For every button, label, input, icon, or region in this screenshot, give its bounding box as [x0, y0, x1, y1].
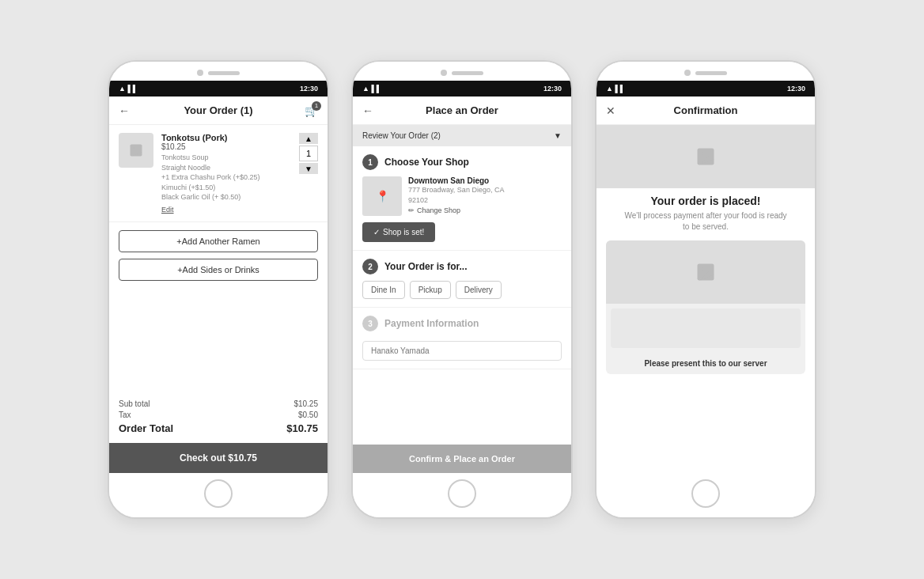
- map-pin-icon: 📍: [376, 190, 389, 202]
- step1-num: 1: [362, 154, 378, 170]
- subtotal-row: Sub total $10.25: [119, 399, 318, 408]
- cart-badge: 1: [312, 101, 321, 111]
- home-button-3[interactable]: [691, 479, 720, 508]
- add-buttons-section: +Add Another Ramen +Add Sides or Drinks: [109, 222, 328, 289]
- item-desc-2: Straight Noodle: [161, 163, 291, 173]
- pencil-icon: ✏: [408, 206, 415, 214]
- add-ramen-button[interactable]: +Add Another Ramen: [119, 230, 318, 252]
- pickup-button[interactable]: Pickup: [410, 281, 451, 299]
- step3-header: 3 Payment Information: [362, 316, 562, 331]
- qty-decrease-btn[interactable]: ▼: [299, 163, 318, 174]
- svg-point-5: [701, 267, 704, 271]
- phone-1: ▲ ▌▌ 12:30 ← Your Order (1) 🛒 1 Tonkotsu…: [108, 60, 329, 519]
- checkmark-icon: ✓: [373, 228, 380, 237]
- step1-title: Choose Your Shop: [384, 157, 469, 168]
- delivery-button[interactable]: Delivery: [456, 281, 502, 299]
- order-total-label: Order Total: [119, 422, 173, 434]
- nav-bar-2: ← Place an Order: [353, 96, 571, 125]
- order-total-row: Order Total $10.75: [119, 422, 318, 434]
- phone-1-top: [109, 62, 328, 81]
- tax-value: $0.50: [298, 411, 318, 419]
- review-banner-text: Review Your Order (2): [362, 131, 441, 140]
- status-bar-2: ▲ ▌▌ 12:30: [353, 81, 571, 96]
- shop-set-label: Shop is set!: [383, 228, 424, 237]
- item-image: [119, 133, 153, 168]
- item-desc-1: Tonkotsu Soup: [161, 153, 291, 163]
- screen-2: ▲ ▌▌ 12:30 ← Place an Order Review Your …: [353, 81, 571, 473]
- chevron-down-icon: ▼: [554, 131, 562, 140]
- order-item: Tonkotsu (Pork) $10.25 Tonkotsu Soup Str…: [109, 125, 328, 222]
- shop-name: Downtown San Diego: [408, 176, 562, 185]
- screen2-content: Review Your Order (2) ▼ 1 Choose Your Sh…: [353, 125, 571, 473]
- qty-increase-btn[interactable]: ▲: [299, 133, 318, 144]
- camera-dot-3: [684, 70, 691, 76]
- confirmation-ticket: Please present this to our server: [606, 240, 805, 374]
- back-button-2[interactable]: ←: [362, 104, 373, 117]
- subtotal-label: Sub total: [119, 399, 150, 408]
- subtotal-value: $10.25: [293, 399, 318, 408]
- confirm-order-button[interactable]: Confirm & Place an Order: [353, 445, 571, 473]
- step3-num: 3: [362, 316, 378, 331]
- step3-title: Payment Information: [384, 318, 479, 329]
- step1-section: 1 Choose Your Shop 📍 Downtown San Diego …: [353, 146, 571, 251]
- camera-dot: [197, 70, 203, 76]
- screen2-title: Place an Order: [426, 104, 498, 116]
- tax-row: Tax $0.50: [119, 411, 318, 419]
- phone-3-bottom: [596, 473, 815, 517]
- change-shop-link[interactable]: ✏ Change Shop: [408, 206, 562, 214]
- checkout-button[interactable]: Check out $10.75: [109, 443, 328, 473]
- ticket-barcode-area: [611, 308, 801, 348]
- nav-bar-1: ← Your Order (1) 🛒 1: [109, 96, 328, 125]
- change-shop-text: Change Shop: [417, 206, 460, 214]
- svg-point-3: [701, 152, 704, 155]
- signal-icons-2: ▲ ▌▌: [362, 85, 381, 93]
- phone-2-bottom: [353, 473, 571, 517]
- phone-3: ▲ ▌▌ 12:30 ✕ Confirmation Your order is …: [595, 60, 816, 519]
- order-placed-subtitle: We'll process payment after your food is…: [596, 210, 815, 233]
- home-button-1[interactable]: [204, 479, 233, 508]
- edit-link[interactable]: Edit: [161, 206, 291, 214]
- screen1-content: Tonkotsu (Pork) $10.25 Tonkotsu Soup Str…: [109, 125, 328, 473]
- step2-header: 2 Your Order is for...: [362, 259, 562, 274]
- phone-1-bottom: [109, 473, 328, 517]
- item-name: Tonkotsu (Pork): [161, 133, 291, 142]
- ticket-label: Please present this to our server: [606, 353, 805, 374]
- close-button[interactable]: ✕: [606, 104, 615, 117]
- status-time-1: 12:30: [300, 85, 318, 93]
- shop-set-button[interactable]: ✓ Shop is set!: [362, 222, 435, 242]
- speaker-3: [695, 71, 727, 75]
- back-button-1[interactable]: ←: [119, 104, 130, 117]
- screen3-content: Your order is placed! We'll process paym…: [596, 125, 815, 473]
- dine-in-button[interactable]: Dine In: [362, 281, 405, 299]
- status-time-3: 12:30: [787, 85, 805, 93]
- shop-address: 777 Broadway, San Diego, CA92102: [408, 185, 562, 205]
- item-desc-4: Kimuchi (+$1.50): [161, 183, 291, 193]
- step2-num: 2: [362, 259, 378, 274]
- add-sides-button[interactable]: +Add Sides or Drinks: [119, 259, 318, 281]
- signal-icons-1: ▲ ▌▌: [119, 85, 138, 93]
- step2-section: 2 Your Order is for... Dine In Pickup De…: [353, 251, 571, 308]
- home-button-2[interactable]: [448, 479, 476, 508]
- confirmation-hero-image: [596, 125, 815, 188]
- svg-point-1: [133, 147, 135, 149]
- step2-title: Your Order is for...: [384, 261, 467, 272]
- screen3-title: Confirmation: [674, 104, 738, 116]
- order-placed-title: Your order is placed!: [596, 195, 815, 207]
- step1-header: 1 Choose Your Shop: [362, 154, 562, 170]
- phone-3-top: [596, 62, 815, 81]
- hero-image-placeholder-icon: [695, 146, 717, 168]
- order-total-value: $10.75: [286, 422, 318, 434]
- review-banner[interactable]: Review Your Order (2) ▼: [353, 125, 571, 146]
- cart-icon[interactable]: 🛒 1: [305, 104, 318, 117]
- screen-3: ▲ ▌▌ 12:30 ✕ Confirmation Your order is …: [596, 81, 815, 473]
- status-time-2: 12:30: [543, 85, 562, 93]
- status-bar-3: ▲ ▌▌ 12:30: [596, 81, 815, 96]
- ticket-image-placeholder-icon: [695, 261, 717, 283]
- item-desc-5: Black Garlic Oil (+ $0.50): [161, 192, 291, 202]
- phone-2-top: [353, 62, 571, 81]
- item-details: Tonkotsu (Pork) $10.25 Tonkotsu Soup Str…: [161, 133, 291, 214]
- step3-section: 3 Payment Information: [353, 308, 571, 369]
- payment-name-input[interactable]: [362, 341, 562, 361]
- map-thumbnail: 📍: [362, 176, 402, 216]
- totals-section: Sub total $10.25 Tax $0.50 Order Total $…: [109, 393, 328, 443]
